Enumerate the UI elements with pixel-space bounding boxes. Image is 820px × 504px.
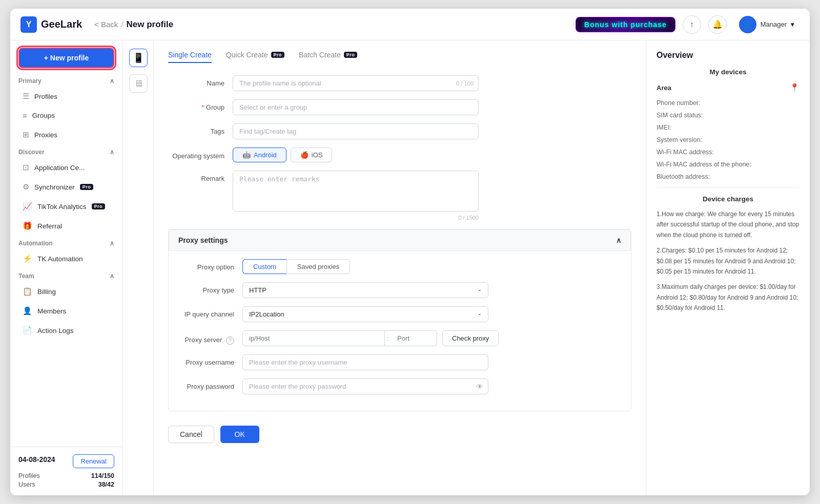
avatar: 👤 bbox=[739, 16, 756, 33]
sidebar-item-app-center[interactable]: ⊡ Application Ce... bbox=[13, 158, 119, 177]
sidebar-item-tk-automation[interactable]: ⚡ TK Automation bbox=[13, 249, 119, 268]
tags-row: Tags bbox=[168, 123, 631, 139]
area-row: Area 📍 bbox=[657, 83, 799, 92]
proxy-type-label: Proxy type bbox=[178, 282, 234, 294]
android-icon: 🤖 bbox=[242, 151, 251, 159]
desktop-device-btn[interactable]: 🖥 bbox=[129, 74, 148, 93]
sidebar-section-team[interactable]: Team ∧ bbox=[10, 268, 122, 282]
sidebar-footer: 04-08-2024 Renewal Profiles 114/150 User… bbox=[10, 447, 122, 495]
sidebar-section-automation[interactable]: Automation ∧ bbox=[10, 236, 122, 249]
proxy-server-row: Proxy server ? : Check proxy bbox=[178, 330, 622, 346]
remark-char-count: 0 / 1500 bbox=[233, 215, 479, 221]
proxy-type-row: Proxy type HTTP HTTPS SOCKS5 bbox=[178, 282, 622, 298]
sidebar-section-discover[interactable]: Discover ∧ bbox=[10, 144, 122, 158]
renewal-button[interactable]: Renewal bbox=[73, 454, 114, 468]
wifi-mac-row: Wi-Fi MAC address: bbox=[657, 149, 799, 156]
billing-icon: 📋 bbox=[23, 287, 32, 296]
profiles-label: Profiles bbox=[34, 93, 57, 100]
sidebar-item-synchronizer[interactable]: ⚙ Synchronizer Pro bbox=[13, 178, 119, 196]
members-label: Members bbox=[37, 307, 66, 315]
top-bar: Y GeeLark < Back / New profile Bonus wit… bbox=[10, 9, 810, 40]
ios-os-btn[interactable]: 🍎 iOS bbox=[291, 148, 333, 162]
app-center-label: Application Ce... bbox=[34, 164, 85, 172]
notification-icon-btn[interactable]: 🔔 bbox=[708, 15, 727, 34]
proxy-server-help-icon[interactable]: ? bbox=[226, 337, 234, 345]
sidebar-item-groups[interactable]: ≡ Groups bbox=[13, 107, 119, 124]
user-dropdown-icon: ▾ bbox=[791, 20, 794, 28]
password-toggle-icon[interactable]: 👁 bbox=[476, 383, 483, 391]
back-link[interactable]: < Back bbox=[94, 20, 118, 29]
name-label: Name bbox=[168, 75, 224, 87]
users-stat-value: 38/42 bbox=[98, 481, 114, 488]
proxy-username-input[interactable] bbox=[242, 354, 488, 370]
remark-input[interactable] bbox=[233, 171, 479, 212]
sidebar-item-action-logs[interactable]: 📄 Action Logs bbox=[13, 321, 119, 340]
proxy-port-input[interactable] bbox=[391, 330, 437, 346]
android-os-btn[interactable]: 🤖 Android bbox=[233, 148, 286, 162]
group-control bbox=[233, 99, 479, 115]
my-devices-title: My devices bbox=[657, 68, 799, 76]
group-required-star: * bbox=[201, 103, 204, 111]
logo-text: GeeLark bbox=[41, 18, 82, 30]
area-label: Area bbox=[657, 84, 671, 92]
content-area: 📱 🖥 Single Create Quick Create Pro Batch… bbox=[123, 40, 810, 495]
check-proxy-button[interactable]: Check proxy bbox=[442, 330, 499, 346]
tags-input[interactable] bbox=[233, 123, 479, 139]
proxy-type-select[interactable]: HTTP HTTPS SOCKS5 bbox=[242, 282, 488, 298]
wifi-mac-phone-row: Wi-Fi MAC address of the phone: bbox=[657, 161, 799, 168]
sidebar-item-proxies[interactable]: ⊞ Proxies bbox=[13, 125, 119, 144]
group-input[interactable] bbox=[233, 99, 479, 115]
overview-panel: Overview My devices Area 📍 Phone number:… bbox=[646, 40, 810, 495]
charge-item-3: 3.Maximum daily charges per device: $1.0… bbox=[657, 282, 799, 313]
sidebar-item-profiles[interactable]: ☰ Profiles bbox=[13, 87, 119, 106]
ok-button[interactable]: OK bbox=[220, 426, 259, 443]
overview-divider bbox=[657, 187, 799, 188]
proxy-option-group: Custom Saved proxies bbox=[242, 259, 488, 274]
mobile-device-btn[interactable]: 📱 bbox=[129, 49, 148, 67]
saved-proxy-btn[interactable]: Saved proxies bbox=[286, 259, 350, 274]
new-profile-button[interactable]: + New profile bbox=[18, 48, 114, 68]
tab-single-create[interactable]: Single Create bbox=[168, 51, 212, 63]
form-actions: Cancel OK bbox=[168, 422, 631, 443]
bonus-banner[interactable]: Bonus with purchase bbox=[576, 17, 675, 32]
ip-query-control: IP2Location ipinfo.io ip-api.com bbox=[242, 306, 488, 322]
proxy-username-label: Proxy username bbox=[178, 354, 234, 366]
name-input[interactable] bbox=[233, 75, 479, 91]
remark-control: 0 / 1500 bbox=[233, 171, 479, 221]
profiles-stat-label: Profiles bbox=[18, 472, 40, 479]
synchronizer-icon: ⚙ bbox=[23, 182, 29, 192]
proxy-password-input[interactable] bbox=[242, 379, 488, 394]
logo: Y GeeLark bbox=[20, 16, 82, 33]
imei-row: IMEI: bbox=[657, 124, 799, 131]
proxy-host-input[interactable] bbox=[242, 330, 385, 346]
team-collapse-icon: ∧ bbox=[110, 272, 114, 280]
sidebar-item-tiktok[interactable]: 📈 TikTok Analytics Pro bbox=[13, 197, 119, 216]
proxy-server-label: Proxy server ? bbox=[178, 332, 234, 345]
colon-separator: : bbox=[385, 330, 391, 346]
area-location-icon[interactable]: 📍 bbox=[790, 83, 799, 92]
device-charges-title: Device charges bbox=[657, 195, 799, 203]
upload-icon-btn[interactable]: ↑ bbox=[683, 15, 701, 34]
users-stat-label: Users bbox=[18, 481, 35, 488]
proxy-section-header[interactable]: Proxy settings ∧ bbox=[169, 229, 631, 251]
tiktok-pro-badge: Pro bbox=[92, 203, 106, 209]
synchronizer-pro-badge: Pro bbox=[80, 184, 94, 190]
wifi-mac-phone-label: Wi-Fi MAC address of the phone: bbox=[657, 161, 751, 168]
charge-text-3: 3.Maximum daily charges per device: $1.0… bbox=[657, 282, 799, 313]
sidebar-item-members[interactable]: 👤 Members bbox=[13, 302, 119, 320]
sidebar-item-billing[interactable]: 📋 Billing bbox=[13, 282, 119, 301]
ip-query-select[interactable]: IP2Location ipinfo.io ip-api.com bbox=[242, 306, 488, 322]
custom-proxy-btn[interactable]: Custom bbox=[242, 259, 286, 274]
cancel-button[interactable]: Cancel bbox=[168, 426, 214, 443]
sidebar-item-referral[interactable]: 🎁 Referral bbox=[13, 217, 119, 235]
proxy-username-control bbox=[242, 354, 488, 370]
proxy-server-input-group: : Check proxy bbox=[242, 330, 622, 346]
bluetooth-label: Bluetooth address: bbox=[657, 173, 713, 180]
sidebar-section-primary[interactable]: Primary ∧ bbox=[10, 73, 122, 87]
user-area[interactable]: 👤 Manager ▾ bbox=[734, 14, 799, 35]
proxy-option-label: Proxy option bbox=[178, 259, 234, 271]
proxy-section: Proxy settings ∧ Proxy option Custom Sav… bbox=[168, 229, 631, 411]
tab-batch-create[interactable]: Batch Create Pro bbox=[299, 51, 357, 63]
tab-quick-create[interactable]: Quick Create Pro bbox=[226, 51, 284, 63]
proxy-collapse-icon: ∧ bbox=[616, 236, 621, 244]
